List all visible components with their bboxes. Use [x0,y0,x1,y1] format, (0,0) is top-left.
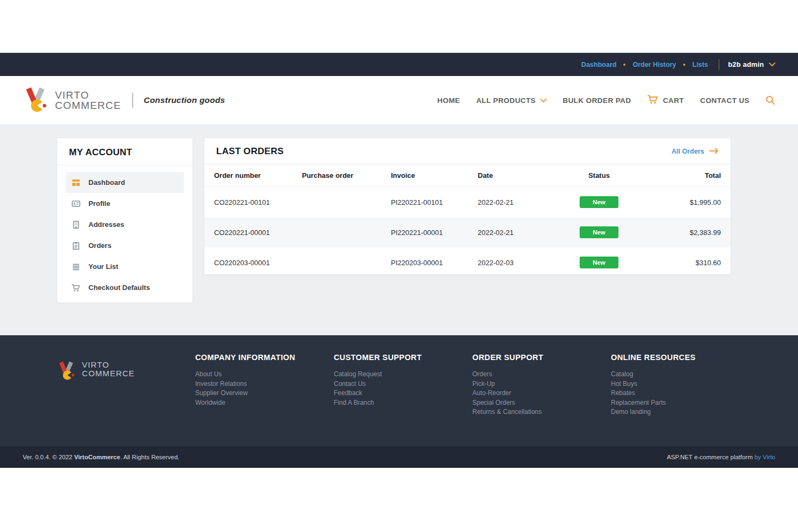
footer-column-online-resources: ONLINE RESOURCES Catalog Hot Buys Rebate… [611,353,749,446]
nav-home[interactable]: HOME [437,96,460,105]
invoice-cell: PI220221-00001 [391,229,478,237]
arrow-right-icon [709,148,719,156]
total-cell: $2,383.99 [639,229,721,237]
status-badge: New [580,196,618,208]
vertical-divider [132,93,133,108]
main-header: VIRTO COMMERCE Construction goods HOME A… [0,76,798,125]
footer-link[interactable]: Feedback [334,389,472,398]
footer-link[interactable]: Rebates [611,389,749,398]
nav-all-products[interactable]: ALL PRODUCTS [476,96,546,105]
store-name: Construction goods [144,95,225,105]
dot-separator-icon [683,64,685,66]
status-cell: New [559,226,639,238]
chevron-down-icon [540,96,547,105]
sidebar-item-label: Checkout Defaults [88,284,150,292]
footer-column-company-information: COMPANY INFORMATION About Us Investor Re… [195,353,334,446]
total-cell: $1,995.00 [639,198,721,206]
order-row[interactable]: CO220221-00101 PI220221-00101 2022-02-21… [204,187,731,217]
order-row[interactable]: CO220221-00001 PI220221-00001 2022-02-21… [204,217,731,247]
user-menu-label: b2b admin [728,60,764,68]
logo-wordmark: VIRTO COMMERCE [55,90,121,111]
order-row[interactable]: CO220203-00001 PI220203-00001 2022-02-03… [204,247,731,278]
sidebar-item-checkout-defaults[interactable]: Checkout Defaults [66,277,184,298]
store-logo[interactable]: VIRTO COMMERCE [23,86,121,114]
cart-icon [71,284,80,292]
sidebar-item-label: Profile [88,199,110,208]
footer-link[interactable]: Investor Relations [195,379,334,389]
footer-link[interactable]: Find A Branch [334,398,472,408]
footer-link[interactable]: Replacement Parts [611,398,749,408]
footer-link[interactable]: Hot Buys [611,379,749,389]
sidebar-item-your-list[interactable]: Your List [66,256,184,277]
sidebar-item-profile[interactable]: Profile [66,193,184,214]
copyright-text: Ver. 0.0.4. © 2022 VirtoCommerce. All Ri… [23,454,180,460]
order-number-cell: CO220221-00001 [214,229,302,237]
footer-link[interactable]: Supplier Overview [195,389,334,398]
footer-link[interactable]: Worldwide [195,398,334,408]
sidebar-item-dashboard[interactable]: Dashboard [66,172,184,193]
dashboard-icon [71,178,80,187]
sidebar-item-label: Addresses [88,220,124,229]
invoice-cell: PI220203-00001 [391,259,478,267]
topbar-link-order-history[interactable]: Order History [632,61,676,68]
footer-link[interactable]: Demo landing [611,407,749,417]
status-cell: New [559,257,639,268]
last-orders-title: LAST ORDERS [216,146,284,157]
date-cell: 2022-02-21 [478,198,559,206]
order-number-cell: CO220221-00101 [214,198,302,206]
column-header-date: Date [478,171,559,179]
virto-logo-icon [57,361,76,382]
user-menu[interactable]: b2b admin [728,60,775,68]
footer-link[interactable]: About Us [195,370,334,379]
sidebar-item-addresses[interactable]: Addresses [66,214,184,235]
main-content: MY ACCOUNT Dashboard [0,125,798,335]
main-navigation: HOME ALL PRODUCTS BULK ORDER PAD [437,94,775,106]
nav-cart[interactable]: CART [647,94,684,106]
footer-logo: VIRTO COMMERCE [57,353,195,446]
sidebar-item-orders[interactable]: Orders [66,235,184,256]
column-header-status: Status [559,171,639,179]
account-menu: Dashboard Profile [57,165,192,305]
page: Dashboard Order History Lists b2b admin [0,0,798,532]
clipboard-icon [71,241,80,250]
column-header-order-number: Order number [214,171,302,179]
bottom-bar: Ver. 0.0.4. © 2022 VirtoCommerce. All Ri… [0,446,798,468]
footer-column-title: ORDER SUPPORT [472,353,611,362]
nav-bulk-order-pad[interactable]: BULK ORDER PAD [563,96,631,105]
footer-link[interactable]: Contact Us [334,379,472,389]
sidebar-item-label: Orders [88,241,112,250]
building-icon [71,220,80,229]
date-cell: 2022-02-21 [478,229,559,237]
all-orders-link[interactable]: All Orders [672,148,719,156]
topbar-link-dashboard[interactable]: Dashboard [581,61,616,68]
footer-link[interactable]: Orders [472,370,611,379]
list-lines-icon [71,262,80,271]
footer-link[interactable]: Catalog [611,370,749,379]
footer-link[interactable]: Auto-Reorder [472,389,611,398]
status-cell: New [559,196,639,208]
nav-contact-us[interactable]: CONTACT US [700,96,750,105]
topbar-link-lists[interactable]: Lists [692,61,708,68]
last-orders-panel: LAST ORDERS All Orders Order number Purc… [204,137,731,275]
footer-logo-wordmark: VIRTO COMMERCE [82,361,135,378]
column-header-invoice: Invoice [391,171,478,179]
footer-column-title: ONLINE RESOURCES [611,353,749,362]
by-virto-link[interactable]: by Virto [754,454,775,460]
orders-table-header: Order number Purchase order Invoice Date… [204,164,731,187]
my-account-panel: MY ACCOUNT Dashboard [57,137,193,303]
footer-link[interactable]: Catalog Request [334,370,472,379]
sidebar-item-label: Dashboard [88,178,125,186]
id-card-icon [71,199,80,208]
my-account-title: MY ACCOUNT [57,138,192,165]
cart-icon [647,94,658,106]
invoice-cell: PI220221-00101 [391,198,478,206]
footer-column-customer-support: CUSTOMER SUPPORT Catalog Request Contact… [334,353,472,446]
footer-link[interactable]: Returns & Cancellations [472,407,611,417]
status-badge: New [580,257,618,268]
virto-logo-icon [23,86,49,114]
dot-separator-icon [623,64,625,66]
footer-link[interactable]: Pick-Up [472,379,611,389]
sidebar-item-label: Your List [88,262,118,271]
footer-link[interactable]: Special Orders [472,398,611,408]
search-icon[interactable] [766,95,775,105]
